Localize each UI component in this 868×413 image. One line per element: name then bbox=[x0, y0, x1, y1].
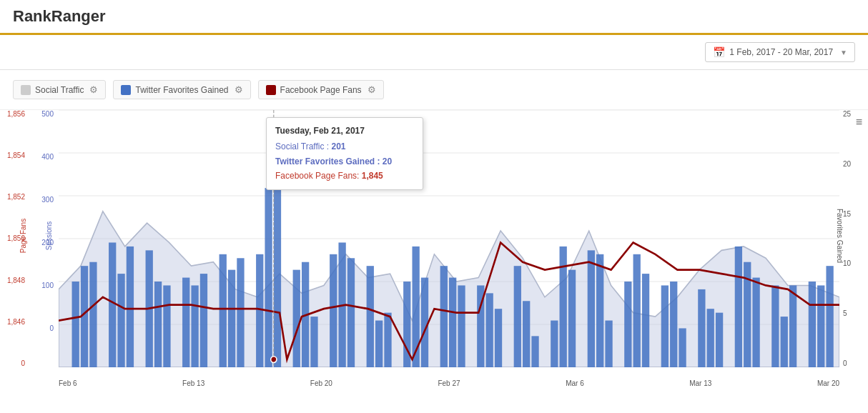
svg-point-71 bbox=[271, 357, 277, 363]
svg-rect-56 bbox=[670, 282, 677, 367]
calendar-icon: 📅 bbox=[713, 46, 725, 58]
gear-icon-twitter[interactable]: ⚙ bbox=[235, 84, 243, 95]
svg-rect-60 bbox=[716, 313, 723, 367]
svg-rect-25 bbox=[293, 270, 300, 367]
y-axis-favorites: 25 20 15 10 5 0 bbox=[839, 110, 854, 367]
svg-rect-49 bbox=[588, 250, 595, 367]
svg-rect-16 bbox=[182, 278, 189, 367]
svg-rect-48 bbox=[568, 270, 576, 367]
svg-rect-65 bbox=[781, 317, 788, 367]
svg-rect-58 bbox=[698, 289, 705, 367]
svg-rect-39 bbox=[458, 285, 465, 367]
svg-rect-45 bbox=[531, 336, 538, 367]
svg-rect-19 bbox=[220, 254, 227, 367]
svg-rect-44 bbox=[523, 301, 530, 367]
legend-color-social-traffic bbox=[21, 85, 31, 95]
svg-rect-53 bbox=[633, 254, 641, 367]
legend-color-twitter bbox=[121, 85, 131, 95]
legend-label-facebook: Facebook Page Fans bbox=[280, 85, 362, 95]
svg-rect-52 bbox=[624, 282, 631, 367]
svg-rect-64 bbox=[771, 285, 779, 367]
legend-item-twitter-favorites[interactable]: Twitter Favorites Gained ⚙ bbox=[113, 80, 250, 99]
svg-rect-61 bbox=[735, 247, 742, 367]
svg-rect-68 bbox=[817, 285, 824, 367]
legend-bar: Social Traffic ⚙ Twitter Favorites Gaine… bbox=[0, 70, 868, 110]
chart-area: ≡ 1,856 1,854 1,852 1,850 1,848 1,846 0 … bbox=[0, 110, 868, 389]
svg-rect-18 bbox=[200, 274, 207, 367]
toolbar: 📅 1 Feb, 2017 - 20 Mar, 2017 ▼ bbox=[0, 35, 868, 70]
gear-icon-facebook[interactable]: ⚙ bbox=[368, 84, 376, 95]
logo-rank: Rank bbox=[13, 7, 51, 25]
svg-rect-24 bbox=[274, 141, 281, 367]
logo-ranger: Ranger bbox=[51, 7, 106, 25]
svg-rect-10 bbox=[109, 242, 116, 367]
svg-rect-69 bbox=[826, 266, 833, 367]
svg-rect-15 bbox=[163, 285, 170, 367]
header: RankRanger bbox=[0, 0, 868, 35]
sessions-axis-label: Sessions bbox=[45, 221, 53, 250]
svg-rect-28 bbox=[330, 254, 337, 367]
svg-rect-38 bbox=[449, 278, 456, 367]
svg-rect-63 bbox=[752, 278, 759, 367]
svg-rect-11 bbox=[117, 274, 124, 367]
svg-rect-46 bbox=[551, 321, 558, 367]
svg-rect-22 bbox=[256, 254, 263, 367]
gear-icon-social[interactable]: ⚙ bbox=[89, 84, 98, 95]
svg-rect-36 bbox=[421, 278, 428, 367]
legend-item-facebook-fans[interactable]: Facebook Page Fans ⚙ bbox=[258, 80, 384, 99]
chevron-down-icon: ▼ bbox=[840, 49, 847, 56]
svg-rect-57 bbox=[679, 328, 686, 367]
legend-label-social-traffic: Social Traffic bbox=[35, 85, 84, 95]
svg-rect-17 bbox=[191, 285, 198, 367]
date-range-label: 1 Feb, 2017 - 20 Mar, 2017 bbox=[729, 47, 833, 57]
svg-rect-43 bbox=[514, 266, 521, 367]
x-axis-labels: Feb 6 Feb 13 Feb 20 Feb 27 Mar 6 Mar 13 … bbox=[59, 379, 839, 387]
svg-rect-12 bbox=[127, 247, 134, 367]
svg-rect-27 bbox=[310, 317, 317, 367]
svg-rect-21 bbox=[237, 258, 244, 367]
svg-rect-41 bbox=[486, 293, 493, 367]
legend-item-social-traffic[interactable]: Social Traffic ⚙ bbox=[13, 80, 106, 99]
svg-rect-30 bbox=[347, 258, 355, 367]
date-range-button[interactable]: 📅 1 Feb, 2017 - 20 Mar, 2017 ▼ bbox=[705, 42, 855, 62]
chart-inner: Tuesday, Feb 21, 2017 Social Traffic : 2… bbox=[59, 110, 839, 367]
svg-rect-20 bbox=[228, 270, 235, 367]
svg-rect-7 bbox=[72, 282, 79, 367]
svg-rect-23 bbox=[265, 188, 272, 367]
y-axis-sessions: 500 400 300 200 100 0 bbox=[30, 110, 57, 367]
page-fans-axis-label: Page Fans bbox=[19, 218, 27, 252]
svg-rect-51 bbox=[605, 321, 612, 367]
legend-color-facebook bbox=[266, 85, 276, 95]
svg-rect-37 bbox=[440, 266, 448, 367]
legend-label-twitter: Twitter Favorites Gained bbox=[135, 85, 228, 95]
svg-rect-54 bbox=[642, 274, 649, 367]
svg-rect-59 bbox=[707, 309, 714, 367]
svg-rect-66 bbox=[789, 285, 797, 367]
svg-rect-55 bbox=[661, 285, 669, 367]
svg-rect-9 bbox=[89, 262, 97, 367]
chart-svg bbox=[59, 110, 839, 367]
svg-rect-33 bbox=[384, 313, 391, 367]
hamburger-icon[interactable]: ≡ bbox=[856, 116, 862, 129]
svg-rect-14 bbox=[154, 282, 162, 367]
svg-rect-67 bbox=[809, 282, 816, 367]
svg-rect-50 bbox=[596, 254, 603, 367]
svg-rect-32 bbox=[375, 321, 383, 367]
svg-rect-31 bbox=[367, 266, 374, 367]
logo: RankRanger bbox=[13, 7, 106, 26]
svg-rect-47 bbox=[560, 247, 567, 367]
svg-rect-42 bbox=[495, 309, 502, 367]
